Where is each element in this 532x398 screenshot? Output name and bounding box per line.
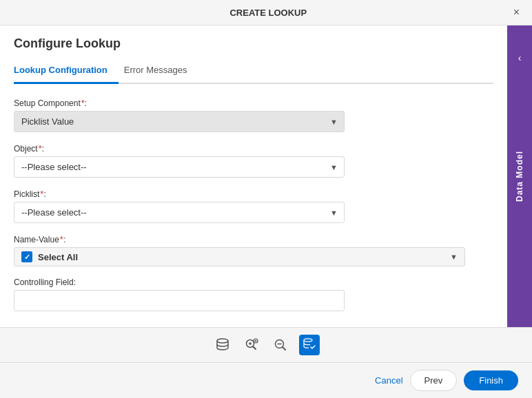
modal-title: CREATE LOOKUP [25,8,512,18]
side-panel[interactable]: ‹ Data Model [507,25,532,327]
modal-container: CREATE LOOKUP × Configure Lookup Lookup … [0,0,532,398]
settings-search-icon[interactable] [241,335,262,355]
tabs-bar: Lookup Configuration Error Messages [14,59,493,84]
picklist-wrapper: --Please select-- ▼ [14,202,345,223]
cancel-button[interactable]: Cancel [375,375,402,386]
name-value-wrapper[interactable]: ✓ Select All ▼ [14,247,465,266]
footer: Cancel Prev Finish [0,362,532,398]
zoom-out-icon[interactable] [270,335,291,355]
side-panel-label: Data Model [515,151,524,202]
tab-lookup-configuration[interactable]: Lookup Configuration [14,59,119,84]
controlling-field-group: Controlling Field: [14,277,493,311]
controlling-field-input[interactable] [14,290,345,311]
object-label: Object*: [14,143,493,154]
setup-component-select[interactable]: Picklist Value [14,111,345,132]
picklist-group: Picklist*: --Please select-- ▼ [14,189,493,223]
controlling-field-label: Controlling Field: [14,277,493,287]
name-value-arrow-icon: ▼ [450,253,458,261]
setup-component-wrapper: Picklist Value ▼ [14,111,345,132]
svg-point-4 [304,339,312,342]
prev-button[interactable]: Prev [410,370,458,391]
modal-body: Configure Lookup Lookup Configuration Er… [0,25,532,327]
name-value-label: Name-Value*: [14,234,493,244]
checkmark-icon: ✓ [24,253,30,262]
database-icon[interactable] [212,335,233,355]
object-wrapper: --Please select-- ▼ [14,156,345,178]
object-select[interactable]: --Please select-- [14,156,345,178]
setup-component-group: Setup Component*: Picklist Value ▼ [14,98,493,132]
modal-header: CREATE LOOKUP × [0,0,532,25]
data-save-icon[interactable] [299,335,320,355]
tab-error-messages[interactable]: Error Messages [124,59,198,84]
name-value-group: Name-Value*: ✓ Select All ▼ [14,234,493,266]
close-button[interactable]: × [512,7,521,18]
select-all-label: Select All [38,252,444,262]
main-content: Configure Lookup Lookup Configuration Er… [0,25,507,327]
toolbar [0,327,532,362]
picklist-label: Picklist*: [14,189,493,199]
svg-point-0 [217,339,228,343]
page-title: Configure Lookup [14,36,493,51]
object-group: Object*: --Please select-- ▼ [14,143,493,178]
side-panel-arrow-icon: ‹ [518,52,522,63]
setup-component-label: Setup Component*: [14,98,493,108]
finish-button[interactable]: Finish [464,370,518,390]
picklist-select[interactable]: --Please select-- [14,202,345,223]
select-all-checkbox[interactable]: ✓ [21,251,32,262]
